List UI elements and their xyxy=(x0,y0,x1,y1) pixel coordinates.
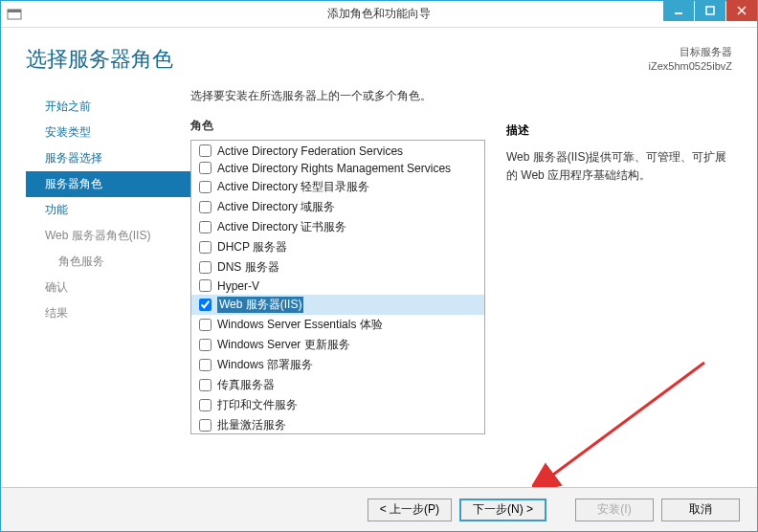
window-controls xyxy=(663,0,757,21)
role-checkbox[interactable] xyxy=(199,162,212,174)
role-label: 批量激活服务 xyxy=(217,417,286,433)
role-item[interactable]: Windows Server 更新服务 xyxy=(191,335,484,355)
role-item[interactable]: Active Directory Rights Management Servi… xyxy=(191,160,484,177)
role-checkbox[interactable] xyxy=(199,419,212,432)
install-button: 安装(I) xyxy=(575,499,654,521)
main-content: 选择要安装在所选服务器上的一个或多个角色。 角色 Active Director… xyxy=(190,88,757,452)
role-item[interactable]: 传真服务器 xyxy=(191,375,484,395)
cancel-button[interactable]: 取消 xyxy=(661,499,740,521)
role-checkbox[interactable] xyxy=(199,181,212,193)
role-item[interactable]: Active Directory 域服务 xyxy=(191,197,484,217)
role-checkbox[interactable] xyxy=(199,144,212,157)
previous-button[interactable]: < 上一步(P) xyxy=(368,499,452,521)
sidebar-step-7: 确认 xyxy=(26,275,190,300)
maximize-button[interactable] xyxy=(695,0,725,21)
role-label: Hyper-V xyxy=(217,279,259,293)
role-checkbox[interactable] xyxy=(199,359,212,371)
roles-listbox[interactable]: Active Directory Federation ServicesActi… xyxy=(190,140,485,434)
wizard-steps-sidebar: 开始之前安装类型服务器选择服务器角色功能Web 服务器角色(IIS)角色服务确认… xyxy=(26,88,190,452)
role-item[interactable]: DNS 服务器 xyxy=(191,257,484,277)
sidebar-step-5: Web 服务器角色(IIS) xyxy=(26,223,190,249)
role-label: Active Directory 域服务 xyxy=(217,199,335,215)
sidebar-step-2[interactable]: 服务器选择 xyxy=(26,145,190,171)
sidebar-step-1[interactable]: 安装类型 xyxy=(26,120,190,145)
role-checkbox[interactable] xyxy=(199,221,212,233)
wizard-window: 添加角色和功能向导 选择服务器角色 目标服务器 iZex5hm0525ibvZ … xyxy=(0,0,758,532)
instruction-text: 选择要安装在所选服务器上的一个或多个角色。 xyxy=(190,88,485,104)
role-item[interactable]: Hyper-V xyxy=(191,277,484,295)
target-server-label: 目标服务器 xyxy=(649,45,732,59)
role-checkbox[interactable] xyxy=(199,379,212,391)
role-label: Web 服务器(IIS) xyxy=(217,297,303,313)
role-checkbox[interactable] xyxy=(199,201,212,213)
role-label: 打印和文件服务 xyxy=(217,397,298,413)
role-item[interactable]: 批量激活服务 xyxy=(191,415,484,434)
role-label: Active Directory 证书服务 xyxy=(217,219,346,235)
role-label: Active Directory 轻型目录服务 xyxy=(217,179,369,195)
role-label: Windows Server Essentials 体验 xyxy=(217,317,383,333)
role-checkbox[interactable] xyxy=(199,261,212,274)
sidebar-step-3[interactable]: 服务器角色 xyxy=(26,171,190,197)
body: 开始之前安装类型服务器选择服务器角色功能Web 服务器角色(IIS)角色服务确认… xyxy=(1,88,757,452)
close-button[interactable] xyxy=(726,0,757,21)
target-server-value: iZex5hm0525ibvZ xyxy=(649,59,732,74)
description-panel: 描述 Web 服务器(IIS)提供可靠、可管理、可扩展的 Web 应用程序基础结… xyxy=(485,88,738,452)
target-server-info: 目标服务器 iZex5hm0525ibvZ xyxy=(649,45,732,75)
role-checkbox[interactable] xyxy=(199,319,212,331)
app-icon xyxy=(7,9,22,20)
header: 选择服务器角色 目标服务器 iZex5hm0525ibvZ xyxy=(1,28,757,88)
svg-rect-1 xyxy=(8,10,21,12)
role-checkbox[interactable] xyxy=(199,279,212,292)
role-label: 传真服务器 xyxy=(217,377,275,393)
role-label: Windows 部署服务 xyxy=(217,357,313,373)
footer: < 上一步(P) 下一步(N) > 安装(I) 取消 xyxy=(1,487,757,531)
sidebar-step-8: 结果 xyxy=(26,300,190,326)
role-checkbox[interactable] xyxy=(199,299,212,311)
role-label: Active Directory Rights Management Servi… xyxy=(217,162,451,175)
role-label: Windows Server 更新服务 xyxy=(217,337,350,353)
role-checkbox[interactable] xyxy=(199,339,212,351)
role-label: Active Directory Federation Services xyxy=(217,144,403,158)
role-label: DNS 服务器 xyxy=(217,259,279,276)
page-title: 选择服务器角色 xyxy=(26,45,173,74)
window-title: 添加角色和功能向导 xyxy=(327,6,431,22)
description-text: Web 服务器(IIS)提供可靠、可管理、可扩展的 Web 应用程序基础结构。 xyxy=(506,148,738,185)
role-checkbox[interactable] xyxy=(199,241,212,254)
description-label: 描述 xyxy=(506,122,738,139)
titlebar: 添加角色和功能向导 xyxy=(1,1,757,28)
role-item[interactable]: Active Directory Federation Services xyxy=(191,143,484,160)
role-item[interactable]: 打印和文件服务 xyxy=(191,395,484,415)
role-checkbox[interactable] xyxy=(199,399,212,411)
sidebar-step-4[interactable]: 功能 xyxy=(26,197,190,223)
role-item[interactable]: Windows Server Essentials 体验 xyxy=(191,315,484,335)
next-button[interactable]: 下一步(N) > xyxy=(459,499,546,521)
role-item[interactable]: Web 服务器(IIS) xyxy=(191,295,484,315)
roles-panel: 选择要安装在所选服务器上的一个或多个角色。 角色 Active Director… xyxy=(190,88,485,452)
sidebar-step-6: 角色服务 xyxy=(26,249,190,275)
minimize-button[interactable] xyxy=(663,0,694,21)
role-item[interactable]: DHCP 服务器 xyxy=(191,237,484,257)
role-item[interactable]: Active Directory 证书服务 xyxy=(191,217,484,237)
role-item[interactable]: Windows 部署服务 xyxy=(191,355,484,375)
svg-rect-3 xyxy=(706,7,714,14)
roles-label: 角色 xyxy=(190,118,485,134)
role-item[interactable]: Active Directory 轻型目录服务 xyxy=(191,177,484,197)
sidebar-step-0[interactable]: 开始之前 xyxy=(26,94,190,120)
role-label: DHCP 服务器 xyxy=(217,239,287,255)
